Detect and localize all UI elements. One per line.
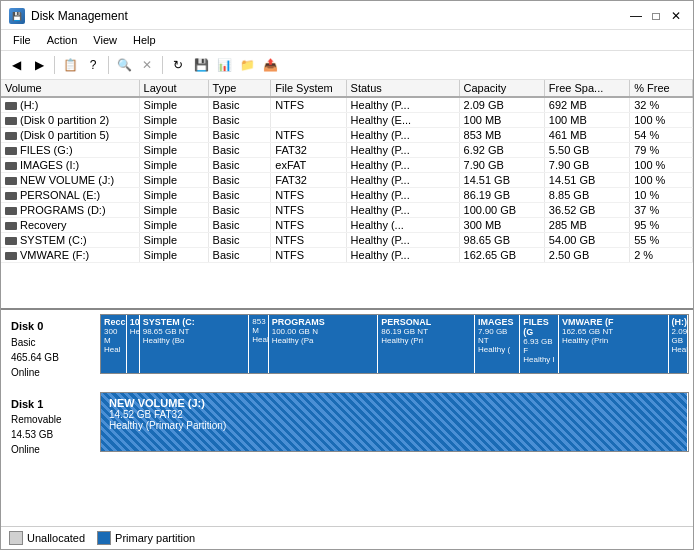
table-row[interactable]: VMWARE (F:)SimpleBasicNTFSHealthy (P...1…	[1, 248, 693, 263]
volume-icon	[5, 252, 17, 260]
menu-action[interactable]: Action	[39, 32, 86, 48]
disk0-partition[interactable]: SYSTEM (C:98.65 GB NTHealthy (Bo	[140, 315, 250, 373]
cell-type: Basic	[208, 203, 271, 218]
main-window: 💾 Disk Management — □ ✕ File Action View…	[0, 0, 694, 550]
legend-bar: Unallocated Primary partition	[1, 526, 693, 549]
table-row[interactable]: PROGRAMS (D:)SimpleBasicNTFSHealthy (P..…	[1, 203, 693, 218]
col-header-volume[interactable]: Volume	[1, 80, 139, 97]
disk0-partition[interactable]: (H:)2.09 GBHealthy	[669, 315, 688, 373]
col-header-type[interactable]: Type	[208, 80, 271, 97]
disk1-status: Online	[11, 444, 40, 455]
window-title: Disk Management	[31, 9, 128, 23]
disk0-size: 465.64 GB	[11, 352, 59, 363]
volume-icon	[5, 147, 17, 155]
table-row[interactable]: RecoverySimpleBasicNTFSHealthy (...300 M…	[1, 218, 693, 233]
cell-layout: Simple	[139, 203, 208, 218]
cell-pct: 10 %	[630, 188, 693, 203]
save-button[interactable]: 💾	[190, 54, 212, 76]
disk-area: Disk 0 Basic 465.64 GB Online Recc300 MH…	[1, 310, 693, 526]
disk0-partition[interactable]: PROGRAMS100.00 GB NHealthy (Pa	[269, 315, 379, 373]
table-row[interactable]: SYSTEM (C:)SimpleBasicNTFSHealthy (P...9…	[1, 233, 693, 248]
cell-layout: Simple	[139, 158, 208, 173]
col-header-fs[interactable]: File System	[271, 80, 346, 97]
menu-help[interactable]: Help	[125, 32, 164, 48]
col-header-free[interactable]: Free Spa...	[544, 80, 629, 97]
list-button[interactable]: 📋	[59, 54, 81, 76]
legend-unallocated-label: Unallocated	[27, 532, 85, 544]
legend-primary-box	[97, 531, 111, 545]
menu-view[interactable]: View	[85, 32, 125, 48]
cell-type: Basic	[208, 248, 271, 263]
help-button[interactable]: ?	[82, 54, 104, 76]
legend-primary: Primary partition	[97, 531, 195, 545]
disk0-partition[interactable]: 10CHe	[127, 315, 140, 373]
volume-icon	[5, 222, 17, 230]
col-header-layout[interactable]: Layout	[139, 80, 208, 97]
cell-volume: NEW VOLUME (J:)	[1, 173, 139, 188]
volume-icon	[5, 192, 17, 200]
table-row[interactable]: FILES (G:)SimpleBasicFAT32Healthy (P...6…	[1, 143, 693, 158]
cell-free: 14.51 GB	[544, 173, 629, 188]
disk0-partition[interactable]: 853 MHealt	[249, 315, 268, 373]
table-row[interactable]: NEW VOLUME (J:)SimpleBasicFAT32Healthy (…	[1, 173, 693, 188]
table-row[interactable]: (Disk 0 partition 2)SimpleBasicHealthy (…	[1, 113, 693, 128]
table-row[interactable]: (Disk 0 partition 5)SimpleBasicNTFSHealt…	[1, 128, 693, 143]
cell-free: 8.85 GB	[544, 188, 629, 203]
back-button[interactable]: ◀	[5, 54, 27, 76]
minimize-button[interactable]: —	[627, 7, 645, 25]
stop-button[interactable]: ✕	[136, 54, 158, 76]
cell-pct: 79 %	[630, 143, 693, 158]
cell-fs: NTFS	[271, 188, 346, 203]
forward-button[interactable]: ▶	[28, 54, 50, 76]
col-header-cap[interactable]: Capacity	[459, 80, 544, 97]
search-button[interactable]: 🔍	[113, 54, 135, 76]
col-header-pct[interactable]: % Free	[630, 80, 693, 97]
volume-icon	[5, 132, 17, 140]
cell-pct: 2 %	[630, 248, 693, 263]
cell-status: Healthy (P...	[346, 233, 459, 248]
cell-fs: exFAT	[271, 158, 346, 173]
menu-file[interactable]: File	[5, 32, 39, 48]
volume-icon	[5, 162, 17, 170]
cell-status: Healthy (P...	[346, 143, 459, 158]
folder-button[interactable]: 📁	[236, 54, 258, 76]
toolbar-separator-1	[54, 56, 55, 74]
cell-status: Healthy (E...	[346, 113, 459, 128]
content-area: Volume Layout Type File System Status Ca…	[1, 80, 693, 549]
cell-layout: Simple	[139, 173, 208, 188]
export-button[interactable]: 📤	[259, 54, 281, 76]
maximize-button[interactable]: □	[647, 7, 665, 25]
disk0-partition[interactable]: IMAGES7.90 GB NTHealthy (	[475, 315, 520, 373]
cell-status: Healthy (P...	[346, 128, 459, 143]
cell-pct: 32 %	[630, 97, 693, 113]
disk0-partition[interactable]: FILES (G6.93 GB FHealthy I	[520, 315, 559, 373]
disk0-partition[interactable]: Recc300 MHeal	[101, 315, 127, 373]
cell-fs: NTFS	[271, 128, 346, 143]
cell-volume: PERSONAL (E:)	[1, 188, 139, 203]
volume-icon	[5, 177, 17, 185]
close-button[interactable]: ✕	[667, 7, 685, 25]
disk0-label: Disk 0 Basic 465.64 GB Online	[5, 314, 100, 384]
volume-icon	[5, 117, 17, 125]
legend-unallocated-box	[9, 531, 23, 545]
cell-layout: Simple	[139, 128, 208, 143]
cell-fs: NTFS	[271, 97, 346, 113]
title-bar: 💾 Disk Management — □ ✕	[1, 1, 693, 30]
table-header-row: Volume Layout Type File System Status Ca…	[1, 80, 693, 97]
cell-status: Healthy (P...	[346, 97, 459, 113]
cell-layout: Simple	[139, 97, 208, 113]
disk1-label: Disk 1 Removable 14.53 GB Online	[5, 392, 100, 462]
legend-unallocated: Unallocated	[9, 531, 85, 545]
table-row[interactable]: PERSONAL (E:)SimpleBasicNTFSHealthy (P..…	[1, 188, 693, 203]
col-header-status[interactable]: Status	[346, 80, 459, 97]
chart-button[interactable]: 📊	[213, 54, 235, 76]
refresh-button[interactable]: ↻	[167, 54, 189, 76]
disk1-section: Disk 1 Removable 14.53 GB Online NEW VOL…	[5, 392, 689, 462]
disk0-partition[interactable]: VMWARE (F162.65 GB NTHealthy (Prin	[559, 315, 669, 373]
disk0-partition[interactable]: PERSONAL86.19 GB NTHealthy (Pri	[378, 315, 475, 373]
disk1-partition[interactable]: NEW VOLUME (J:)14.52 GB FAT32Healthy (Pr…	[101, 393, 688, 451]
table-row[interactable]: IMAGES (I:)SimpleBasicexFATHealthy (P...…	[1, 158, 693, 173]
table-row[interactable]: (H:)SimpleBasicNTFSHealthy (P...2.09 GB6…	[1, 97, 693, 113]
cell-volume: Recovery	[1, 218, 139, 233]
cell-capacity: 100 MB	[459, 113, 544, 128]
